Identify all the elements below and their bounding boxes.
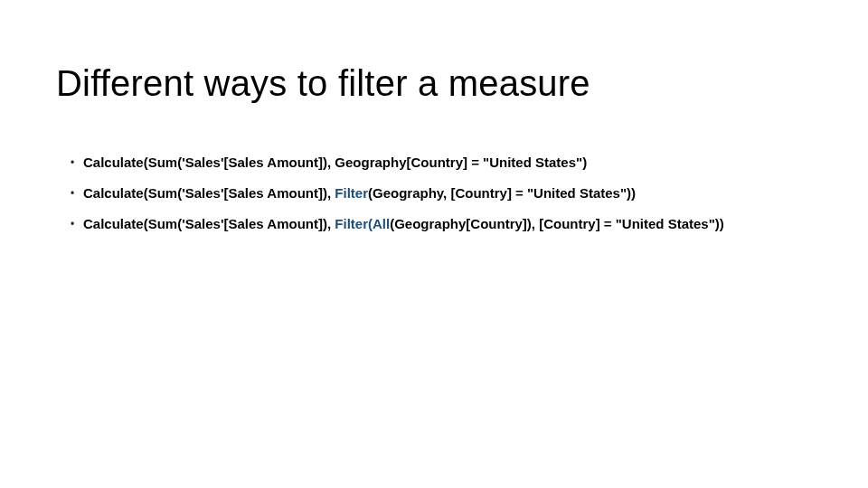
bullet-mid: Geography[Country] = "United States" <box>335 155 582 170</box>
bullet-prefix: Calculate(Sum('Sales'[Sales Amount]), <box>83 216 335 231</box>
bullet-dot-icon: • <box>71 154 83 172</box>
bullet-dot-icon: • <box>71 184 83 202</box>
bullet-prefix: Calculate(Sum('Sales'[Sales Amount]), <box>83 185 335 201</box>
bullet-highlight: Filter <box>335 185 368 201</box>
bullet-mid: (Geography, [Country] = "United States") <box>368 185 631 201</box>
bullet-list: • Calculate(Sum('Sales'[Sales Amount]), … <box>71 154 814 246</box>
bullet-suffix: ) <box>631 185 636 201</box>
bullet-mid: (Geography[Country]), [Country] = "Unite… <box>390 216 720 231</box>
bullet-suffix: ) <box>720 216 724 231</box>
bullet-item: • Calculate(Sum('Sales'[Sales Amount]), … <box>71 215 814 233</box>
bullet-text: Calculate(Sum('Sales'[Sales Amount]), Ge… <box>83 154 814 172</box>
bullet-dot-icon: • <box>71 215 83 233</box>
bullet-suffix: ) <box>582 155 587 170</box>
bullet-item: • Calculate(Sum('Sales'[Sales Amount]), … <box>71 154 814 172</box>
bullet-item: • Calculate(Sum('Sales'[Sales Amount]), … <box>71 184 814 202</box>
bullet-text: Calculate(Sum('Sales'[Sales Amount]), Fi… <box>83 184 814 202</box>
slide-title: Different ways to filter a measure <box>56 63 590 104</box>
slide: Different ways to filter a measure • Cal… <box>0 0 868 488</box>
bullet-highlight: Filter(All <box>335 216 390 231</box>
bullet-text: Calculate(Sum('Sales'[Sales Amount]), Fi… <box>83 215 814 233</box>
bullet-prefix: Calculate(Sum('Sales'[Sales Amount]), <box>83 155 335 170</box>
